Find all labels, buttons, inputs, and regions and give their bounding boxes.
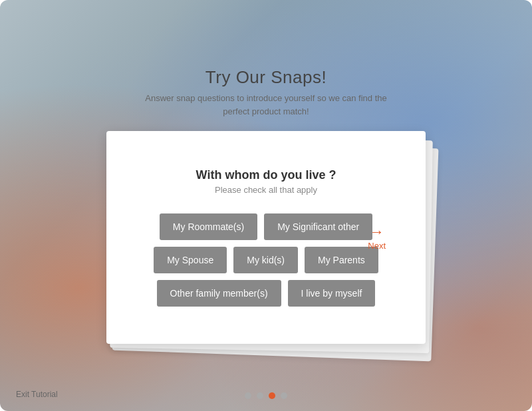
next-label: Next [368,241,386,251]
option-kids[interactable]: My kid(s) [233,247,298,273]
dot-2 [257,392,263,399]
options-grid: My Roommate(s) My Significant other My S… [154,213,378,307]
header: Try Our Snaps! Answer snap questions to … [145,67,387,118]
options-row-1: My Roommate(s) My Significant other [160,213,372,240]
option-myself[interactable]: I live by myself [288,280,376,307]
option-parents[interactable]: My Parents [305,247,378,273]
page-title: Try Our Snaps! [145,67,387,88]
page-subtitle: Answer snap questions to introduce yours… [145,92,387,118]
next-arrow-icon: → [370,225,384,239]
dot-1 [245,392,251,399]
option-other-family[interactable]: Other family member(s) [157,280,281,307]
progress-dots [245,392,287,399]
option-roommate[interactable]: My Roommate(s) [160,213,257,240]
options-row-3: Other family member(s) I live by myself [157,280,376,307]
exit-tutorial-button[interactable]: Exit Tutorial [16,390,58,399]
option-significant-other[interactable]: My Significant other [264,213,372,240]
next-button[interactable]: → Next [368,225,386,251]
option-spouse[interactable]: My Spouse [154,247,227,273]
question-title: With whom do you live ? [196,168,336,182]
options-row-2: My Spouse My kid(s) My Parents [154,247,378,273]
dot-3-active [269,392,275,399]
page-container: Try Our Snaps! Answer snap questions to … [0,0,532,411]
dot-4 [281,392,287,399]
question-subtitle: Please check all that apply [215,185,317,195]
